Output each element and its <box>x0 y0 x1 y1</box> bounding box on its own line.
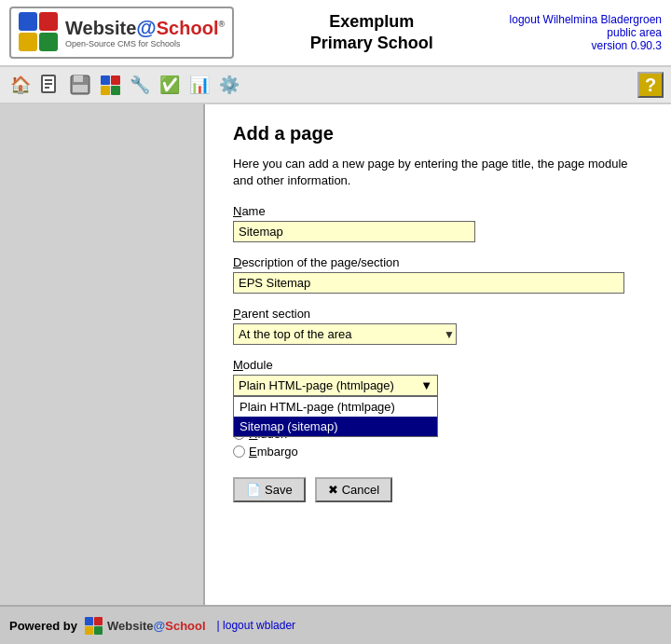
footer-logout-link[interactable]: | logout wblader <box>217 619 296 632</box>
toolbar: 🏠 🔧 ✅ 📊 ⚙️ ? <box>0 67 671 104</box>
module-group: Module Plain HTML-page (htmlpage) ▼ Plai… <box>233 358 643 396</box>
save-button[interactable]: 📄 Save <box>233 477 306 502</box>
module-container: Plain HTML-page (htmlpage) ▼ Plain HTML-… <box>233 375 643 396</box>
main-layout: Add a page Here you can add a new page b… <box>0 104 671 605</box>
desc-label: Description of the page/section <box>233 255 643 269</box>
footer-logo: Website@School <box>85 617 206 635</box>
name-group: Name <box>233 204 643 242</box>
cancel-icon-btn: ✖ <box>328 483 338 497</box>
svg-rect-5 <box>74 75 83 82</box>
cancel-button[interactable]: ✖ Cancel <box>315 477 392 502</box>
sidebar <box>0 104 205 605</box>
intro-text: Here you can add a new page by entering … <box>233 156 643 189</box>
logo-area: Website@School® Open-Source CMS for Scho… <box>9 7 234 59</box>
name-input[interactable] <box>233 221 475 242</box>
parent-section-container: At the top of the area ▼ <box>233 323 457 345</box>
logout-link[interactable]: logout Wilhelmina Bladergroen <box>510 13 662 26</box>
version-label: version 0.90.3 <box>510 39 662 52</box>
svg-rect-6 <box>73 85 88 92</box>
site-subtitle: Primary School <box>234 33 509 54</box>
desc-group: Description of the page/section <box>233 255 643 294</box>
area-label: public area <box>510 26 662 39</box>
radio-embargo-input[interactable] <box>233 445 245 458</box>
site-name: Exemplum <box>234 11 509 33</box>
check-icon[interactable]: ✅ <box>157 72 183 98</box>
save-icon[interactable] <box>67 72 93 98</box>
save-label: Save <box>265 483 293 497</box>
parent-group: Parent section At the top of the area ▼ <box>233 307 643 345</box>
desc-input[interactable] <box>233 272 624 294</box>
header: Website@School® Open-Source CMS for Scho… <box>0 0 671 67</box>
cancel-label: Cancel <box>342 483 379 497</box>
user-info: logout Wilhelmina Bladergroen public are… <box>510 13 662 52</box>
document-icon[interactable] <box>37 72 63 98</box>
footer: Powered by Website@School | logout wblad… <box>0 605 671 644</box>
home-icon[interactable]: 🏠 <box>7 72 34 98</box>
puzzle-icon[interactable] <box>97 72 123 98</box>
parent-label: Parent section <box>233 307 643 321</box>
save-icon-btn: 📄 <box>246 483 261 497</box>
powered-by-text: Powered by <box>9 619 77 633</box>
logo-box: Website@School® Open-Source CMS for Scho… <box>9 7 234 59</box>
parent-section-select[interactable]: At the top of the area <box>233 323 457 345</box>
name-label: Name <box>233 204 643 218</box>
module-option-htmlpage[interactable]: Plain HTML-page (htmlpage) <box>234 397 437 417</box>
module-dropdown: Plain HTML-page (htmlpage) Sitemap (site… <box>233 396 438 437</box>
module-label: Module <box>233 358 643 372</box>
button-row: 📄 Save ✖ Cancel <box>233 477 643 502</box>
settings-icon[interactable]: ⚙️ <box>216 72 242 98</box>
content-area: Add a page Here you can add a new page b… <box>205 104 671 605</box>
help-icon[interactable]: ? <box>637 72 664 98</box>
site-title: Exemplum Primary School <box>234 11 509 55</box>
module-option-sitemap[interactable]: Sitemap (sitemap) <box>234 417 437 436</box>
tools-icon[interactable]: 🔧 <box>127 72 153 98</box>
chart-icon[interactable]: 📊 <box>186 72 212 98</box>
logo-tagline: Open-Source CMS for Schools <box>65 39 225 48</box>
module-selected-label: Plain HTML-page (htmlpage) <box>239 378 394 392</box>
radio-embargo: Embargo <box>233 445 643 459</box>
page-title: Add a page <box>233 123 643 144</box>
module-chevron-icon: ▼ <box>420 378 432 392</box>
radio-embargo-label: Embargo <box>249 445 298 459</box>
module-select-trigger[interactable]: Plain HTML-page (htmlpage) ▼ <box>233 375 438 396</box>
